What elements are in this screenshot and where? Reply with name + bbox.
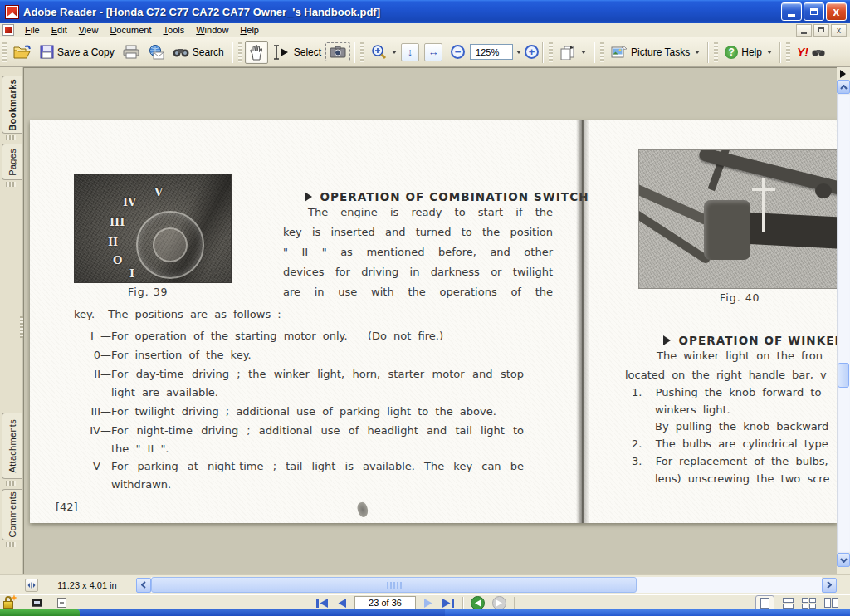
- figure-39-caption: Fig. 39: [128, 286, 169, 298]
- save-a-copy-button[interactable]: Save a Copy: [36, 42, 119, 62]
- menu-tools[interactable]: Tools: [158, 23, 191, 37]
- select-label: Select: [294, 46, 321, 58]
- switch-position-label-i: I: [129, 267, 134, 280]
- horizontal-scroll-thumb[interactable]: [151, 577, 637, 593]
- page-indicator-input[interactable]: 23 of 36: [354, 596, 416, 609]
- full-screen-button[interactable]: [28, 596, 45, 609]
- help-dropdown-icon[interactable]: [767, 51, 772, 54]
- zoom-level-dropdown-icon[interactable]: [516, 51, 521, 54]
- menu-document[interactable]: Document: [104, 23, 157, 37]
- doc-restore-button[interactable]: [813, 24, 829, 37]
- start-button-edge[interactable]: [0, 609, 80, 616]
- tab-pages[interactable]: Pages: [2, 144, 22, 180]
- list-item-text: For insertion of the key.: [111, 349, 252, 361]
- doc-close-button[interactable]: x: [831, 24, 847, 37]
- scroll-up-button[interactable]: [837, 80, 850, 94]
- pdf-page-spread[interactable]: V IV III II O I Fig. 39 OPERATION OF COM…: [30, 120, 837, 523]
- toolbar-grip[interactable]: [714, 42, 718, 62]
- switch-position-label-iii: III: [110, 216, 125, 228]
- toolbar-grip[interactable]: [2, 42, 7, 62]
- camera-icon: [330, 46, 346, 58]
- toolbar-grip[interactable]: [238, 42, 242, 62]
- page-display-dropdown-icon[interactable]: [581, 51, 586, 54]
- single-page-icon: [760, 598, 769, 609]
- yahoo-search-button[interactable]: Y!: [793, 42, 829, 62]
- floppy-disk-icon: [40, 45, 54, 59]
- toolbar-grip[interactable]: [360, 42, 364, 62]
- tab-attachments-label: Attachments: [7, 419, 17, 472]
- help-icon: ?: [725, 46, 738, 59]
- toolbar-grip[interactable]: [549, 42, 553, 62]
- document-viewport[interactable]: V IV III II O I Fig. 39 OPERATION OF COM…: [23, 67, 837, 574]
- last-page-button[interactable]: [441, 598, 455, 609]
- scroll-right-button[interactable]: [822, 578, 837, 593]
- select-tool-button[interactable]: Select: [268, 42, 325, 63]
- close-button[interactable]: x: [826, 2, 847, 21]
- menu-window[interactable]: Window: [190, 23, 234, 37]
- menu-help[interactable]: Help: [234, 23, 265, 37]
- scroll-down-button[interactable]: [837, 553, 850, 567]
- help-button[interactable]: ? Help: [721, 42, 776, 62]
- zoom-in-button[interactable]: +: [525, 45, 539, 59]
- list-item-label: II—: [80, 368, 111, 380]
- chevron-down-icon: [840, 558, 848, 563]
- page-view-button[interactable]: [53, 596, 70, 609]
- taskbar-button-edge[interactable]: [80, 609, 445, 616]
- zoom-out-button[interactable]: −: [451, 45, 465, 59]
- windows-taskbar-edge[interactable]: [0, 609, 850, 616]
- first-page-button[interactable]: [315, 598, 330, 609]
- continuous-layout-button[interactable]: [783, 598, 794, 609]
- restore-button[interactable]: [804, 2, 824, 21]
- toolbar-grip[interactable]: [600, 42, 604, 62]
- vertical-scroll-track[interactable]: [837, 94, 850, 553]
- picture-tasks-dropdown-icon[interactable]: [695, 51, 700, 54]
- next-page-button[interactable]: [423, 598, 433, 609]
- menu-view[interactable]: View: [73, 23, 105, 37]
- scroll-left-button[interactable]: [136, 578, 151, 593]
- toolbar-grip[interactable]: [786, 42, 790, 62]
- scrollbar-corner: [837, 575, 850, 594]
- tab-attachments[interactable]: Attachments: [2, 413, 22, 479]
- left-page-number: [42]: [56, 501, 78, 513]
- print-button[interactable]: [119, 42, 144, 62]
- previous-view-button[interactable]: [471, 596, 485, 610]
- vertical-scrollbar[interactable]: [837, 67, 850, 574]
- zoom-tool-button[interactable]: [367, 41, 401, 63]
- tab-bookmarks[interactable]: Bookmarks: [2, 76, 22, 134]
- email-globe-icon: [148, 45, 164, 60]
- minimize-button[interactable]: [781, 2, 802, 21]
- doc-minimize-button[interactable]: [796, 24, 812, 37]
- yahoo-icon: Y!: [797, 46, 808, 59]
- hand-tool-button[interactable]: [245, 41, 268, 64]
- tab-comments[interactable]: Comments: [2, 489, 22, 540]
- pane-splitter-button[interactable]: [25, 579, 38, 592]
- menu-edit[interactable]: Edit: [46, 23, 73, 37]
- snapshot-button[interactable]: [325, 42, 350, 61]
- previous-page-button[interactable]: [337, 598, 347, 609]
- fit-width-button[interactable]: ↔: [424, 43, 442, 61]
- page-display-button[interactable]: [555, 42, 590, 63]
- zoom-level-input[interactable]: 125%: [470, 44, 513, 60]
- chevron-left-icon: [141, 581, 146, 589]
- search-button[interactable]: Search: [169, 42, 228, 61]
- monitor-icon: [32, 599, 42, 607]
- section-bullet-icon: [663, 335, 671, 345]
- zoom-tool-dropdown-icon[interactable]: [392, 51, 397, 54]
- menu-file[interactable]: File: [19, 23, 46, 37]
- email-button[interactable]: [144, 42, 169, 63]
- fit-page-button[interactable]: ↕: [401, 43, 419, 61]
- next-view-button[interactable]: [492, 596, 506, 610]
- vertical-scroll-thumb[interactable]: [838, 363, 849, 388]
- single-page-layout-button[interactable]: [755, 595, 774, 611]
- search-label: Search: [193, 46, 224, 58]
- horizontal-scroll-track[interactable]: [151, 577, 822, 593]
- paragraph-line: 3. For replacement of the bulbs,: [632, 455, 828, 467]
- section-bullet-icon: [305, 192, 312, 202]
- open-button[interactable]: [9, 42, 36, 63]
- continuous-facing-layout-button[interactable]: [802, 598, 816, 609]
- facing-layout-button[interactable]: [824, 598, 838, 608]
- picture-tasks-button[interactable]: Picture Tasks: [607, 42, 704, 62]
- paragraph-line: winkers light.: [655, 403, 730, 416]
- paragraph-line: located on the right handle bar, v: [625, 369, 827, 381]
- toolbar-overflow-icon[interactable]: [840, 70, 846, 78]
